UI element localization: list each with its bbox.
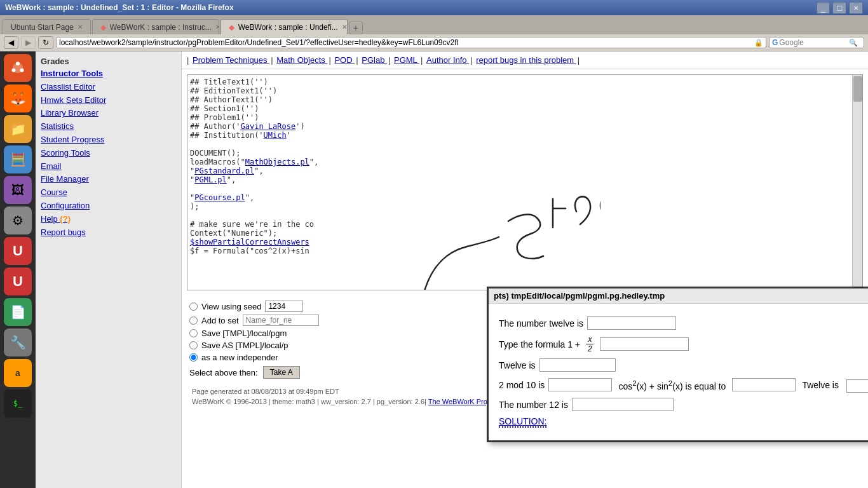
solution-link[interactable]: SOLUTION: — [499, 416, 546, 428]
preview-text-1: The number twelve is — [499, 318, 583, 329]
sidebar-item-scoring-tools[interactable]: Scoring Tools — [41, 147, 176, 160]
nav-pglab[interactable]: PGlab — [362, 55, 387, 65]
tab-label: WeBWorK : sample : Instruc... — [110, 23, 212, 32]
sidebar-item-configuration[interactable]: Configuration — [41, 200, 176, 213]
preview-input-4b[interactable] — [732, 378, 796, 391]
add-to-set-radio[interactable] — [189, 316, 198, 325]
preview-header: pts) tmpEdit/local/pgml/pgml.pg.hedley.t… — [489, 288, 868, 304]
preview-input-4a[interactable] — [548, 378, 612, 391]
tab-ubuntu[interactable]: Ubuntu Start Page ✕ — [3, 19, 91, 34]
svg-point-3 — [20, 69, 24, 72]
math-cos-sin: cos2(x) + sin2(x) is equal to — [618, 379, 726, 391]
sidebar-item-email[interactable]: Email — [41, 160, 176, 173]
top-nav: | Problem Techniques | Math Objects | PO… — [182, 51, 868, 69]
independent-radio[interactable] — [189, 353, 198, 362]
preview-input-3[interactable] — [539, 358, 616, 372]
dock-ubuntu-icon[interactable] — [4, 54, 32, 82]
tab-instructor[interactable]: ◆ WeBWorK : sample : Instruc... ✕ — [92, 19, 219, 34]
scrollbar-thumb[interactable] — [853, 76, 862, 102]
preview-body: The number twelve is Type the formula 1 … — [489, 304, 868, 440]
minimize-button[interactable]: _ — [817, 2, 830, 14]
dock-libreoffice-icon[interactable]: 📄 — [4, 298, 32, 326]
address-bar[interactable] — [59, 38, 754, 47]
take-button[interactable]: Take A — [263, 366, 300, 379]
preview-input-4c[interactable] — [846, 379, 868, 393]
dock-firefox-icon[interactable]: 🦊 — [4, 85, 32, 112]
nav-sep: | — [271, 55, 273, 65]
tab-favicon: ◆ — [229, 23, 234, 32]
dock-settings-icon[interactable]: ⚙ — [4, 207, 32, 234]
forward-button[interactable]: ▶ — [21, 36, 36, 49]
preview-input-1[interactable] — [587, 316, 676, 330]
sidebar-item-report-bugs[interactable]: Report bugs — [41, 226, 176, 240]
save-radio[interactable] — [189, 329, 198, 337]
search-icon[interactable]: 🔍 — [849, 39, 858, 47]
dock-wrench-icon[interactable]: 🔧 — [4, 329, 32, 356]
preview-panel: pts) tmpEdit/local/pgml/pgml.pg.hedley.t… — [487, 287, 868, 442]
sidebar-item-course[interactable]: Course — [41, 186, 176, 200]
scrollbar[interactable] — [852, 75, 862, 290]
nav-sep: | — [187, 55, 189, 65]
window-controls[interactable]: _ □ × — [817, 2, 863, 14]
search-bar-container: G 🔍 — [769, 37, 864, 48]
close-button[interactable]: × — [849, 2, 863, 14]
search-engine-icon: G — [772, 38, 778, 47]
set-name-input[interactable] — [243, 315, 319, 326]
nav-sep: | — [421, 55, 423, 65]
nav-pod[interactable]: POD — [334, 55, 355, 65]
nav-report-bugs[interactable]: report bugs in this problem — [476, 55, 576, 65]
sidebar-item-student-progress[interactable]: Student Progress — [41, 133, 176, 147]
sidebar-item-file-manager[interactable]: File Manager — [41, 173, 176, 186]
dock-files-icon[interactable]: 📁 — [4, 115, 32, 143]
search-input[interactable] — [779, 38, 849, 47]
sidebar-item-help[interactable]: Help (?) — [41, 213, 176, 226]
save-label: Save [TMPL]/local/pgm — [201, 329, 287, 338]
tab-close-icon[interactable]: ✕ — [78, 24, 83, 30]
preview-row-3: Twelve is — [499, 358, 868, 372]
preview-row-4: 2 mod 10 is cos2(x) + sin2(x) is equal t… — [499, 377, 868, 393]
nav-problem-techniques[interactable]: Problem Techniques — [193, 55, 269, 65]
nav-sep: | — [388, 55, 390, 65]
back-button[interactable]: ◀ — [4, 36, 18, 49]
sidebar-item-library-browser[interactable]: Library Browser — [41, 107, 176, 120]
dock-amazon-icon[interactable]: a — [4, 359, 32, 387]
tab-close-icon[interactable]: ✕ — [215, 24, 219, 30]
view-seed-radio[interactable] — [189, 302, 198, 311]
ubuntu-dock: 🦊 📁 🧮 🖼 ⚙ U U 📄 🔧 a $_ — [0, 51, 36, 488]
dock-u-icon[interactable]: U — [4, 237, 32, 265]
maximize-button[interactable]: □ — [832, 2, 846, 14]
nav-math-objects[interactable]: Math Objects — [276, 55, 327, 65]
seed-input[interactable] — [265, 301, 303, 312]
save-as-label: Save AS [TMPL]/local/p — [201, 341, 288, 350]
add-to-set-label: Add to set — [201, 316, 239, 325]
dock-img-icon[interactable]: 🖼 — [4, 176, 32, 204]
preview-row-2: Type the formula 1 + x 2 — [499, 335, 868, 353]
save-as-radio[interactable] — [189, 341, 198, 349]
address-bar-container: 🔒 — [56, 37, 766, 48]
dock-calc-icon[interactable]: 🧮 — [4, 146, 32, 173]
sidebar-item-classlist-editor[interactable]: Classlist Editor — [41, 81, 176, 94]
sidebar-item-hmwk-sets-editor[interactable]: Hmwk Sets Editor — [41, 94, 176, 107]
preview-text-4a: 2 mod 10 is — [499, 380, 545, 390]
preview-text-3: Twelve is — [499, 360, 536, 370]
preview-title: pts) tmpEdit/local/pgml/pgml.pg.hedley.t… — [494, 291, 665, 301]
tab-label: Ubuntu Start Page — [11, 23, 74, 32]
tab-close-icon[interactable]: ✕ — [342, 24, 347, 30]
dock-u2-icon[interactable]: U — [4, 268, 32, 295]
preview-input-5[interactable] — [572, 398, 674, 411]
tab-editor[interactable]: ◆ WeBWork : sample : Undefi... ✕ — [220, 19, 348, 34]
dock-terminal-icon[interactable]: $_ — [4, 390, 32, 417]
nav-bar: ◀ ▶ ↻ 🔒 G 🔍 — [0, 34, 868, 51]
reload-button[interactable]: ↻ — [38, 36, 53, 49]
preview-input-2[interactable] — [600, 337, 689, 351]
new-tab-button[interactable]: + — [349, 22, 363, 34]
solution-row: SOLUTION: — [499, 416, 868, 428]
window-title: WeBWork : sample : Undefined_Set : 1 : E… — [5, 3, 817, 12]
sidebar-item-statistics[interactable]: Statistics — [41, 120, 176, 133]
tab-label: WeBWork : sample : Undefi... — [238, 23, 338, 32]
nav-author-info[interactable]: Author Info — [426, 55, 469, 65]
code-content[interactable]: ## TitleText1('') ## EditionText1('') ##… — [187, 75, 862, 290]
nav-sep: | — [329, 55, 330, 65]
nav-pgml[interactable]: PGML — [394, 55, 419, 65]
sidebar-item-instructor-tools[interactable]: Instructor Tools — [41, 67, 176, 81]
